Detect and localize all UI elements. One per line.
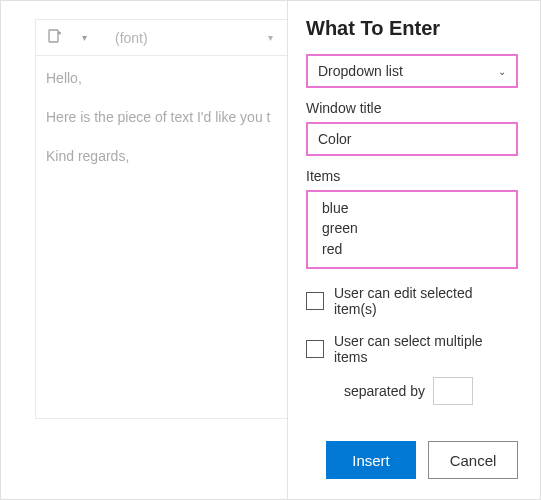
button-row: Insert Cancel: [326, 441, 518, 479]
items-input[interactable]: blue green red: [306, 190, 518, 269]
window-title-label: Window title: [306, 100, 518, 116]
panel-title: What To Enter: [306, 17, 518, 40]
window-title-value: Color: [318, 131, 351, 147]
items-label: Items: [306, 168, 518, 184]
separator-label: separated by: [344, 383, 425, 399]
cancel-button[interactable]: Cancel: [428, 441, 518, 479]
checkbox-edit-row[interactable]: User can edit selected item(s): [306, 285, 518, 317]
svg-rect-0: [49, 30, 58, 42]
what-to-enter-panel: What To Enter Dropdown list ⌄ Window tit…: [288, 1, 540, 499]
doc-paragraph: Kind regards,: [46, 146, 277, 167]
checkbox-multi-row[interactable]: User can select multiple items: [306, 333, 518, 365]
checkbox-edit-label: User can edit selected item(s): [334, 285, 518, 317]
field-type-value: Dropdown list: [318, 63, 403, 79]
checkbox-multi-label: User can select multiple items: [334, 333, 518, 365]
chevron-down-icon[interactable]: ▾: [82, 32, 87, 43]
editor-frame: ▾ (font) ▾ Hello, Here is the piece of t…: [35, 19, 287, 419]
window-title-input[interactable]: Color: [306, 122, 518, 156]
font-selector[interactable]: (font): [105, 30, 250, 46]
doc-paragraph: Hello,: [46, 68, 277, 89]
chevron-down-icon[interactable]: ▾: [268, 32, 277, 43]
field-type-dropdown[interactable]: Dropdown list ⌄: [306, 54, 518, 88]
editor-pane: ▾ (font) ▾ Hello, Here is the piece of t…: [1, 1, 288, 499]
template-field-icon[interactable]: [46, 27, 64, 49]
insert-button[interactable]: Insert: [326, 441, 416, 479]
doc-paragraph: Here is the piece of text I'd like you t: [46, 107, 277, 128]
separator-row: separated by: [344, 377, 518, 405]
checkbox-edit[interactable]: [306, 292, 324, 310]
item-line: blue: [322, 198, 502, 218]
document-body[interactable]: Hello, Here is the piece of text I'd lik…: [36, 56, 287, 197]
chevron-down-icon: ⌄: [498, 66, 506, 77]
item-line: green: [322, 218, 502, 238]
separator-input[interactable]: [433, 377, 473, 405]
checkbox-multi[interactable]: [306, 340, 324, 358]
item-line: red: [322, 239, 502, 259]
editor-toolbar: ▾ (font) ▾: [36, 20, 287, 56]
